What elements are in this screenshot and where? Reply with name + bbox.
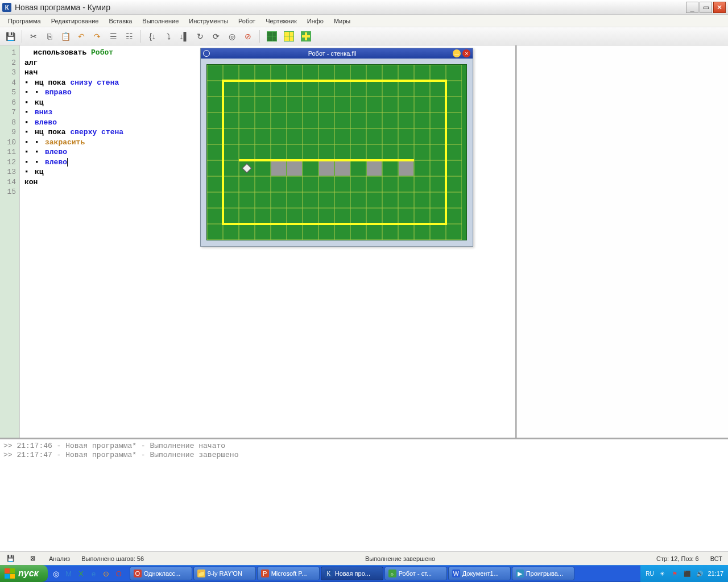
start-button[interactable]: пуск xyxy=(0,565,48,582)
menu-чертежник[interactable]: Чертежник xyxy=(261,16,301,26)
menu-выполнение[interactable]: Выполнение xyxy=(138,16,183,26)
close-button[interactable]: ✕ xyxy=(713,2,726,13)
close-status-icon[interactable]: ⊠ xyxy=(27,554,38,564)
menu-редактирование[interactable]: Редактирование xyxy=(47,16,104,26)
ql-icon[interactable]: ⊙ xyxy=(101,568,111,579)
svg-rect-2 xyxy=(287,161,302,176)
menu-программа[interactable]: Программа xyxy=(3,16,46,26)
analysis-label: Анализ xyxy=(49,555,70,562)
task-item[interactable]: WДокумент1... xyxy=(448,567,511,580)
app-icon: К xyxy=(2,3,11,12)
target-icon[interactable]: ◎ xyxy=(225,30,239,43)
task-item[interactable]: ⬦Робот - ст... xyxy=(384,567,447,580)
svg-rect-5 xyxy=(367,161,382,176)
menu-инструменты[interactable]: Инструменты xyxy=(184,16,233,26)
menu-инфо[interactable]: Инфо xyxy=(303,16,328,26)
clock[interactable]: 21:17 xyxy=(708,570,723,577)
ql-icon[interactable]: O xyxy=(114,568,124,579)
undo-icon[interactable]: ↶ xyxy=(75,30,88,43)
task-item[interactable]: PMicrosoft P... xyxy=(257,567,320,580)
copy-icon[interactable]: ⎘ xyxy=(43,30,56,43)
robot-field[interactable] xyxy=(201,59,473,246)
menu-робот[interactable]: Робот xyxy=(234,16,260,26)
right-panel xyxy=(516,45,728,438)
run-icon[interactable]: ↓▌ xyxy=(177,30,191,43)
robot-minimize-icon[interactable]: — xyxy=(453,49,461,57)
save-status-icon[interactable]: 💾 xyxy=(6,554,16,564)
svg-rect-3 xyxy=(319,161,334,176)
robot-close-icon[interactable]: ✕ xyxy=(462,49,470,57)
steps-label: Выполнено шагов: 56 xyxy=(81,555,144,562)
field-new-icon[interactable] xyxy=(299,30,313,43)
menubar: ПрограммаРедактированиеВставкаВыполнение… xyxy=(0,15,728,27)
cut-icon[interactable]: ✂ xyxy=(27,30,40,43)
redo-icon[interactable]: ↷ xyxy=(90,30,104,43)
output-console[interactable]: >> 21:17:46 - Новая программа* - Выполне… xyxy=(0,439,728,551)
window-titlebar: К Новая программа - Кумир _ ▭ ✕ xyxy=(0,0,728,15)
ql-icon[interactable]: X xyxy=(76,568,86,579)
svg-rect-4 xyxy=(335,161,350,176)
code-editor[interactable]: 123456789101112131415 использовать Робот… xyxy=(0,45,516,438)
windows-taskbar: пуск ◎ M X e ⊙ O OОднокласс...📁9-iy RAY'… xyxy=(0,565,728,582)
ql-icon[interactable]: M xyxy=(64,568,74,579)
paste-icon[interactable]: 📋 xyxy=(59,30,72,43)
ql-icon[interactable]: e xyxy=(89,568,99,579)
window-title: Новая программа - Кумир xyxy=(15,3,686,12)
svg-rect-6 xyxy=(399,161,413,176)
windows-logo-icon xyxy=(5,568,15,579)
maximize-button[interactable]: ▭ xyxy=(700,2,712,13)
tray-icon[interactable]: ⚑ xyxy=(670,569,679,578)
status-bar: 💾 ⊠ Анализ Выполнено шагов: 56 Выполнени… xyxy=(0,551,728,565)
field-grid-icon[interactable] xyxy=(264,30,279,43)
language-indicator[interactable]: RU xyxy=(645,569,654,578)
line-gutter: 123456789101112131415 xyxy=(0,45,20,438)
task-items: OОднокласс...📁9-iy RAY'ONPMicrosoft P...… xyxy=(127,567,641,580)
minimize-button[interactable]: _ xyxy=(686,2,698,13)
list-icon[interactable]: ☰ xyxy=(106,30,120,43)
menu-миры[interactable]: Миры xyxy=(329,16,355,26)
loop-icon[interactable]: ↻ xyxy=(193,30,207,43)
insert-mode: ВСТ xyxy=(710,555,722,562)
cursor-position: Стр: 12, Поз: 6 xyxy=(656,555,699,562)
task-item[interactable]: OОднокласс... xyxy=(130,567,192,580)
loop2-icon[interactable]: ⟳ xyxy=(209,30,223,43)
robot-titlebar[interactable]: Робот - стенка.fil — ✕ xyxy=(201,48,473,59)
list2-icon[interactable]: ☷ xyxy=(122,30,136,43)
svg-rect-1 xyxy=(271,161,286,176)
robot-window[interactable]: Робот - стенка.fil — ✕ xyxy=(200,48,473,247)
step-in-icon[interactable]: {↓ xyxy=(146,30,159,43)
tray-icon[interactable]: 🔊 xyxy=(695,569,704,578)
ql-icon[interactable]: ◎ xyxy=(51,568,61,579)
toolbar: 💾 ✂ ⎘ 📋 ↶ ↷ ☰ ☷ {↓ ⤵ ↓▌ ↻ ⟳ ◎ ⊘ xyxy=(0,27,728,45)
main-area: 123456789101112131415 использовать Робот… xyxy=(0,45,728,439)
task-item[interactable]: ▶Проигрыва... xyxy=(512,567,574,580)
stop-icon[interactable]: ⊘ xyxy=(241,30,255,43)
status-message: Выполнение завершено xyxy=(155,555,645,562)
task-item[interactable]: КНовая про... xyxy=(321,567,383,580)
tray-icon[interactable]: ⬛ xyxy=(682,569,692,578)
quick-launch: ◎ M X e ⊙ O xyxy=(48,568,127,579)
step-over-icon[interactable]: ⤵ xyxy=(162,30,175,43)
system-tray: RU ☀ ⚑ ⬛ 🔊 21:17 xyxy=(640,565,728,582)
robot-app-icon xyxy=(203,50,210,57)
tray-icon[interactable]: ☀ xyxy=(657,569,667,578)
robot-window-title: Робот - стенка.fil xyxy=(213,50,451,57)
field-border-icon[interactable] xyxy=(282,30,296,43)
save-icon[interactable]: 💾 xyxy=(3,30,17,43)
menu-вставка[interactable]: Вставка xyxy=(104,16,136,26)
task-item[interactable]: 📁9-iy RAY'ON xyxy=(193,567,256,580)
